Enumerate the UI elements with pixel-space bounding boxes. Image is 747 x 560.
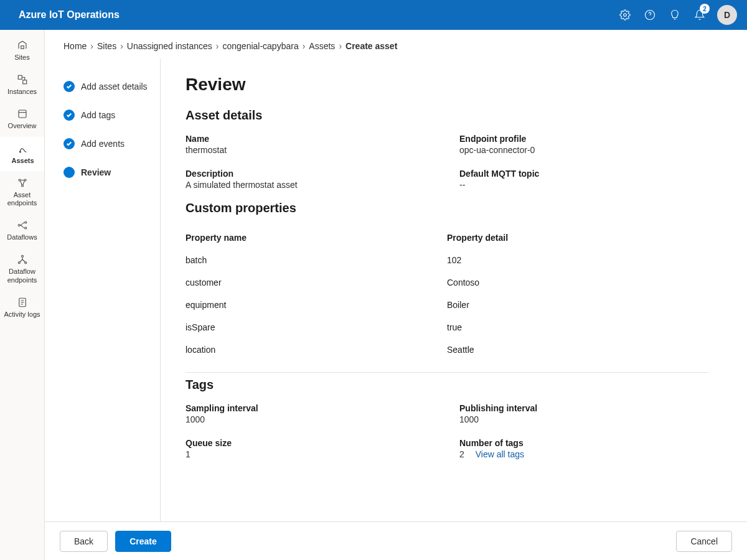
view-all-tags-link[interactable]: View all tags xyxy=(476,449,524,459)
nav-dataflows[interactable]: Dataflows xyxy=(0,213,44,248)
svg-point-14 xyxy=(24,227,26,229)
cell-detail: true xyxy=(447,322,708,332)
back-button[interactable]: Back xyxy=(60,531,108,552)
field-label: Number of tags xyxy=(459,438,708,448)
page-title: Review xyxy=(186,75,722,95)
step-add-events[interactable]: Add events xyxy=(63,129,154,158)
step-add-asset-details[interactable]: Add asset details xyxy=(63,72,154,101)
nav-instances[interactable]: Instances xyxy=(0,68,44,102)
user-avatar[interactable]: D xyxy=(717,5,737,25)
cell-name: equipment xyxy=(186,300,447,310)
settings-icon[interactable] xyxy=(613,0,637,30)
field-value: -- xyxy=(459,180,708,190)
cell-detail: Boiler xyxy=(447,300,708,310)
cancel-button[interactable]: Cancel xyxy=(676,531,732,552)
svg-rect-6 xyxy=(22,80,26,84)
notification-badge: 2 xyxy=(700,4,710,14)
svg-point-11 xyxy=(21,185,23,187)
nav-sites[interactable]: Sites xyxy=(0,34,44,68)
field-label: Endpoint profile xyxy=(459,134,708,144)
nav-overview[interactable]: Overview xyxy=(0,102,44,136)
table-row: location Seattle xyxy=(186,338,708,361)
field-description: Description A simulated thermostat asset xyxy=(186,169,435,190)
svg-point-15 xyxy=(21,256,23,258)
nav-dataflows-label: Dataflows xyxy=(7,233,37,241)
cell-name: customer xyxy=(186,278,447,287)
breadcrumb: Home › Sites › Unassigned instances › co… xyxy=(45,30,747,58)
wizard-footer: Back Create Cancel xyxy=(45,521,747,560)
chevron-right-icon: › xyxy=(303,41,306,51)
field-label: Description xyxy=(186,169,435,179)
step-label: Add events xyxy=(81,139,125,149)
field-queue-size: Queue size 1 xyxy=(186,438,435,459)
help-icon[interactable] xyxy=(637,0,662,30)
nav-activity-logs[interactable]: Activity logs xyxy=(0,291,44,325)
top-header: Azure IoT Operations 2 D xyxy=(0,0,747,30)
chevron-right-icon: › xyxy=(120,41,123,51)
step-add-tags[interactable]: Add tags xyxy=(63,101,154,129)
section-divider xyxy=(186,372,708,373)
nav-overview-label: Overview xyxy=(8,122,37,130)
nav-assets[interactable]: Assets xyxy=(0,137,44,171)
table-header: Property name Property detail xyxy=(186,226,708,249)
field-label: Sampling interval xyxy=(186,403,435,413)
cell-detail: Contoso xyxy=(447,278,708,287)
step-review[interactable]: Review xyxy=(63,158,154,187)
wizard-stepper: Add asset details Add tags Add events Re… xyxy=(45,58,161,521)
crumb-unassigned[interactable]: Unassigned instances xyxy=(127,41,212,51)
field-value: 1000 xyxy=(459,414,708,424)
field-label: Queue size xyxy=(186,438,435,448)
svg-point-13 xyxy=(24,222,26,223)
field-label: Default MQTT topic xyxy=(459,169,708,179)
create-button[interactable]: Create xyxy=(115,531,171,552)
svg-rect-5 xyxy=(18,75,22,79)
chevron-right-icon: › xyxy=(216,41,219,51)
cell-detail: Seattle xyxy=(447,345,708,355)
cell-detail: 102 xyxy=(447,255,708,265)
svg-rect-4 xyxy=(21,46,24,49)
svg-point-12 xyxy=(18,225,20,226)
crumb-sites[interactable]: Sites xyxy=(97,41,116,51)
app-title: Azure IoT Operations xyxy=(19,9,120,21)
nav-dataflow-endpoints[interactable]: Dataflow endpoints xyxy=(0,248,44,290)
field-number-of-tags: Number of tags 2 View all tags xyxy=(459,438,708,459)
field-value: 1000 xyxy=(186,414,435,424)
step-label: Review xyxy=(81,167,111,177)
custom-properties-table: Property name Property detail batch 102 … xyxy=(186,226,708,361)
notifications-icon[interactable]: 2 xyxy=(687,0,712,30)
left-nav: Sites Instances Overview Assets Asset en… xyxy=(0,30,45,560)
chevron-right-icon: › xyxy=(90,41,93,51)
field-label: Publishing interval xyxy=(459,403,708,413)
check-icon xyxy=(63,81,75,92)
custom-properties-heading: Custom properties xyxy=(186,201,722,215)
feedback-icon[interactable] xyxy=(662,0,687,30)
svg-point-10 xyxy=(24,179,26,181)
field-endpoint-profile: Endpoint profile opc-ua-connector-0 xyxy=(459,134,708,155)
svg-point-8 xyxy=(19,151,21,152)
step-label: Add asset details xyxy=(81,82,148,91)
col-property-name: Property name xyxy=(186,233,447,243)
asset-details-heading: Asset details xyxy=(186,108,722,123)
crumb-home[interactable]: Home xyxy=(63,41,87,51)
step-label: Add tags xyxy=(81,110,115,120)
nav-activity-logs-label: Activity logs xyxy=(4,310,40,319)
field-value: 1 xyxy=(186,449,435,459)
field-value: A simulated thermostat asset xyxy=(186,180,435,190)
field-label: Name xyxy=(186,134,435,144)
nav-asset-endpoints[interactable]: Asset endpoints xyxy=(0,171,44,213)
field-value: 2 xyxy=(459,449,464,459)
field-mqtt-topic: Default MQTT topic -- xyxy=(459,169,708,190)
nav-sites-label: Sites xyxy=(14,54,29,62)
tags-heading: Tags xyxy=(186,378,722,392)
chevron-right-icon: › xyxy=(339,41,342,51)
svg-point-0 xyxy=(624,14,627,17)
field-value: thermostat xyxy=(186,145,435,155)
crumb-instance[interactable]: congenial-capybara xyxy=(222,41,298,51)
table-row: equipment Boiler xyxy=(186,294,708,316)
field-name: Name thermostat xyxy=(186,134,435,155)
crumb-assets[interactable]: Assets xyxy=(309,41,335,51)
crumb-create-asset: Create asset xyxy=(345,41,397,51)
nav-instances-label: Instances xyxy=(7,88,37,96)
table-row: customer Contoso xyxy=(186,271,708,294)
current-step-icon xyxy=(63,167,75,178)
